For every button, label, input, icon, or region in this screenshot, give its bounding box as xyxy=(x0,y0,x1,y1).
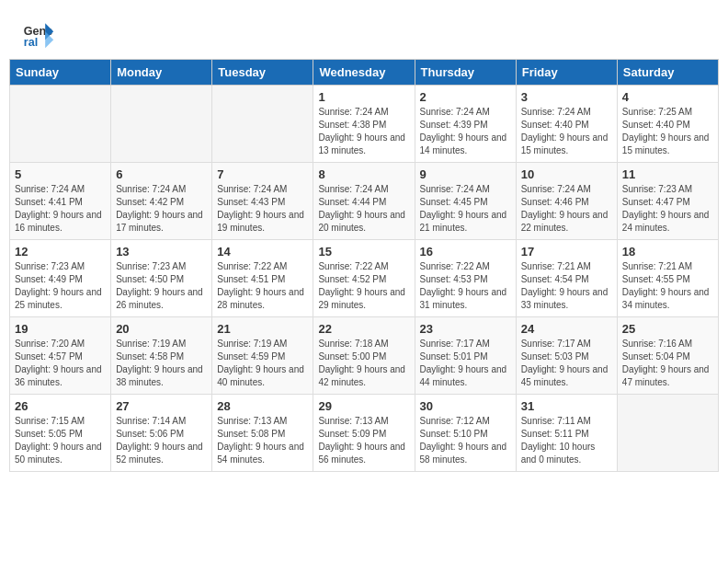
day-info: Sunrise: 7:21 AMSunset: 4:55 PMDaylight:… xyxy=(622,260,713,312)
day-number: 19 xyxy=(15,322,106,336)
calendar-cell: 18Sunrise: 7:21 AMSunset: 4:55 PMDayligh… xyxy=(617,240,718,317)
day-info: Sunrise: 7:24 AMSunset: 4:42 PMDaylight:… xyxy=(116,183,207,235)
day-info: Sunrise: 7:13 AMSunset: 5:09 PMDaylight:… xyxy=(318,415,409,466)
day-number: 22 xyxy=(318,322,409,336)
calendar-cell: 5Sunrise: 7:24 AMSunset: 4:41 PMDaylight… xyxy=(10,163,111,240)
calendar-cell: 2Sunrise: 7:24 AMSunset: 4:39 PMDaylight… xyxy=(415,86,516,163)
day-number: 5 xyxy=(15,167,106,181)
day-number: 14 xyxy=(217,245,308,259)
calendar-cell: 14Sunrise: 7:22 AMSunset: 4:51 PMDayligh… xyxy=(212,240,313,317)
calendar-cell: 4Sunrise: 7:25 AMSunset: 4:40 PMDaylight… xyxy=(617,86,718,163)
calendar-cell: 7Sunrise: 7:24 AMSunset: 4:43 PMDaylight… xyxy=(212,163,313,240)
day-number: 21 xyxy=(217,322,308,336)
calendar-cell xyxy=(617,395,718,472)
calendar-cell: 23Sunrise: 7:17 AMSunset: 5:01 PMDayligh… xyxy=(415,317,516,395)
svg-text:ral: ral xyxy=(24,36,38,49)
calendar-cell xyxy=(212,86,313,163)
day-number: 13 xyxy=(116,245,207,259)
day-info: Sunrise: 7:15 AMSunset: 5:05 PMDaylight:… xyxy=(15,415,106,466)
calendar-week-row: 12Sunrise: 7:23 AMSunset: 4:49 PMDayligh… xyxy=(10,240,719,317)
weekday-header: Saturday xyxy=(617,60,718,86)
day-info: Sunrise: 7:24 AMSunset: 4:43 PMDaylight:… xyxy=(217,183,308,235)
day-number: 25 xyxy=(622,322,713,336)
weekday-header: Wednesday xyxy=(313,60,415,86)
day-info: Sunrise: 7:23 AMSunset: 4:50 PMDaylight:… xyxy=(116,260,207,312)
day-number: 11 xyxy=(622,167,713,181)
calendar-cell: 1Sunrise: 7:24 AMSunset: 4:38 PMDaylight… xyxy=(313,86,415,163)
day-number: 17 xyxy=(521,245,612,259)
calendar-week-row: 5Sunrise: 7:24 AMSunset: 4:41 PMDaylight… xyxy=(10,163,719,240)
calendar-cell: 11Sunrise: 7:23 AMSunset: 4:47 PMDayligh… xyxy=(617,163,718,240)
calendar-cell: 29Sunrise: 7:13 AMSunset: 5:09 PMDayligh… xyxy=(313,395,415,472)
calendar-cell: 26Sunrise: 7:15 AMSunset: 5:05 PMDayligh… xyxy=(10,395,111,472)
day-number: 1 xyxy=(318,90,409,104)
page-header: Gene ral xyxy=(0,0,728,59)
day-number: 29 xyxy=(318,399,409,413)
day-info: Sunrise: 7:22 AMSunset: 4:52 PMDaylight:… xyxy=(318,260,409,312)
day-info: Sunrise: 7:20 AMSunset: 4:57 PMDaylight:… xyxy=(15,338,106,389)
day-number: 6 xyxy=(116,167,207,181)
day-info: Sunrise: 7:16 AMSunset: 5:04 PMDaylight:… xyxy=(622,338,713,389)
calendar-body: 1Sunrise: 7:24 AMSunset: 4:38 PMDaylight… xyxy=(10,86,719,472)
day-info: Sunrise: 7:25 AMSunset: 4:40 PMDaylight:… xyxy=(622,106,713,157)
calendar-header: SundayMondayTuesdayWednesdayThursdayFrid… xyxy=(10,60,719,86)
weekday-header: Thursday xyxy=(415,60,516,86)
calendar-cell: 6Sunrise: 7:24 AMSunset: 4:42 PMDaylight… xyxy=(111,163,212,240)
calendar-cell: 10Sunrise: 7:24 AMSunset: 4:46 PMDayligh… xyxy=(516,163,617,240)
logo-icon: Gene ral xyxy=(22,17,55,50)
day-info: Sunrise: 7:13 AMSunset: 5:08 PMDaylight:… xyxy=(217,415,308,466)
day-info: Sunrise: 7:23 AMSunset: 4:47 PMDaylight:… xyxy=(622,183,713,235)
day-info: Sunrise: 7:23 AMSunset: 4:49 PMDaylight:… xyxy=(15,260,106,312)
weekday-header-row: SundayMondayTuesdayWednesdayThursdayFrid… xyxy=(10,60,719,86)
day-number: 2 xyxy=(420,90,511,104)
day-info: Sunrise: 7:11 AMSunset: 5:11 PMDaylight:… xyxy=(521,415,612,466)
day-number: 30 xyxy=(420,399,511,413)
day-number: 12 xyxy=(15,245,106,259)
day-info: Sunrise: 7:24 AMSunset: 4:45 PMDaylight:… xyxy=(420,183,511,235)
day-number: 27 xyxy=(116,399,207,413)
day-number: 4 xyxy=(622,90,713,104)
calendar-cell: 19Sunrise: 7:20 AMSunset: 4:57 PMDayligh… xyxy=(10,317,111,395)
day-info: Sunrise: 7:24 AMSunset: 4:46 PMDaylight:… xyxy=(521,183,612,235)
day-info: Sunrise: 7:12 AMSunset: 5:10 PMDaylight:… xyxy=(420,415,511,466)
calendar-cell: 25Sunrise: 7:16 AMSunset: 5:04 PMDayligh… xyxy=(617,317,718,395)
calendar-cell: 8Sunrise: 7:24 AMSunset: 4:44 PMDaylight… xyxy=(313,163,415,240)
calendar-week-row: 26Sunrise: 7:15 AMSunset: 5:05 PMDayligh… xyxy=(10,395,719,472)
calendar-cell: 16Sunrise: 7:22 AMSunset: 4:53 PMDayligh… xyxy=(415,240,516,317)
day-info: Sunrise: 7:22 AMSunset: 4:53 PMDaylight:… xyxy=(420,260,511,312)
day-number: 18 xyxy=(622,245,713,259)
calendar-cell: 21Sunrise: 7:19 AMSunset: 4:59 PMDayligh… xyxy=(212,317,313,395)
day-info: Sunrise: 7:19 AMSunset: 4:58 PMDaylight:… xyxy=(116,338,207,389)
day-info: Sunrise: 7:24 AMSunset: 4:40 PMDaylight:… xyxy=(521,106,612,157)
calendar-week-row: 1Sunrise: 7:24 AMSunset: 4:38 PMDaylight… xyxy=(10,86,719,163)
day-info: Sunrise: 7:22 AMSunset: 4:51 PMDaylight:… xyxy=(217,260,308,312)
day-number: 8 xyxy=(318,167,409,181)
day-number: 16 xyxy=(420,245,511,259)
day-number: 23 xyxy=(420,322,511,336)
calendar-cell: 31Sunrise: 7:11 AMSunset: 5:11 PMDayligh… xyxy=(516,395,617,472)
day-number: 28 xyxy=(217,399,308,413)
day-info: Sunrise: 7:14 AMSunset: 5:06 PMDaylight:… xyxy=(116,415,207,466)
day-info: Sunrise: 7:21 AMSunset: 4:54 PMDaylight:… xyxy=(521,260,612,312)
day-number: 31 xyxy=(521,399,612,413)
calendar-cell: 30Sunrise: 7:12 AMSunset: 5:10 PMDayligh… xyxy=(415,395,516,472)
calendar-cell: 12Sunrise: 7:23 AMSunset: 4:49 PMDayligh… xyxy=(10,240,111,317)
day-info: Sunrise: 7:24 AMSunset: 4:44 PMDaylight:… xyxy=(318,183,409,235)
calendar-cell: 17Sunrise: 7:21 AMSunset: 4:54 PMDayligh… xyxy=(516,240,617,317)
day-info: Sunrise: 7:24 AMSunset: 4:38 PMDaylight:… xyxy=(318,106,409,157)
calendar-cell: 28Sunrise: 7:13 AMSunset: 5:08 PMDayligh… xyxy=(212,395,313,472)
weekday-header: Sunday xyxy=(10,60,111,86)
day-info: Sunrise: 7:24 AMSunset: 4:39 PMDaylight:… xyxy=(420,106,511,157)
day-number: 26 xyxy=(15,399,106,413)
calendar-table: SundayMondayTuesdayWednesdayThursdayFrid… xyxy=(9,59,719,472)
calendar-cell: 9Sunrise: 7:24 AMSunset: 4:45 PMDaylight… xyxy=(415,163,516,240)
day-number: 9 xyxy=(420,167,511,181)
day-info: Sunrise: 7:17 AMSunset: 5:01 PMDaylight:… xyxy=(420,338,511,389)
weekday-header: Monday xyxy=(111,60,212,86)
day-info: Sunrise: 7:18 AMSunset: 5:00 PMDaylight:… xyxy=(318,338,409,389)
calendar-cell xyxy=(10,86,111,163)
day-number: 24 xyxy=(521,322,612,336)
day-number: 10 xyxy=(521,167,612,181)
calendar-cell: 24Sunrise: 7:17 AMSunset: 5:03 PMDayligh… xyxy=(516,317,617,395)
weekday-header: Tuesday xyxy=(212,60,313,86)
